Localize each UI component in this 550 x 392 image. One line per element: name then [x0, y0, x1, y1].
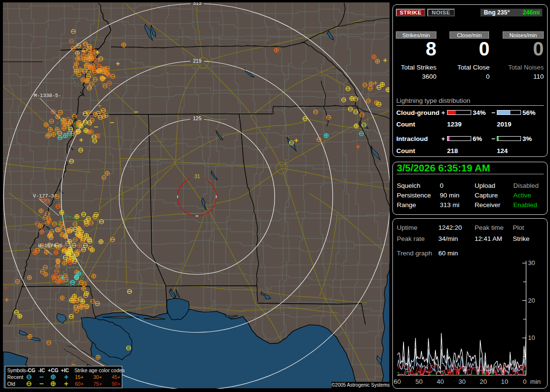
- svg-text:60: 60: [393, 378, 401, 385]
- svg-text:30: 30: [528, 259, 535, 266]
- svg-text:20: 20: [479, 378, 487, 385]
- svg-text:30: 30: [458, 378, 465, 385]
- svg-text:10: 10: [501, 378, 508, 385]
- svg-text:50: 50: [415, 378, 422, 385]
- svg-text:20: 20: [528, 297, 535, 304]
- svg-text:0 min: 0 min: [523, 378, 541, 385]
- svg-text:40: 40: [436, 378, 444, 385]
- svg-text:10: 10: [528, 334, 535, 341]
